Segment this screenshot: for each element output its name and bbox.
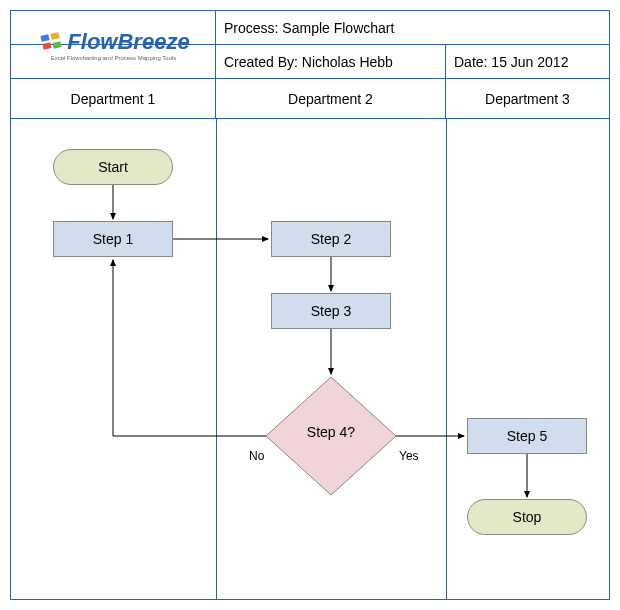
department-header-row: Department 1 Department 2 Department 3 bbox=[11, 79, 609, 119]
node-start: Start bbox=[53, 149, 173, 185]
node-step2-label: Step 2 bbox=[311, 231, 351, 247]
flowchart-container: FlowBreeze Excel Flowcharting and Proces… bbox=[10, 10, 610, 600]
dept-1-header: Department 1 bbox=[11, 79, 216, 118]
date-field: Date: 15 Jun 2012 bbox=[446, 45, 609, 78]
created-by: Created By: Nicholas Hebb bbox=[216, 45, 446, 78]
logo-icon bbox=[37, 29, 63, 55]
node-step2: Step 2 bbox=[271, 221, 391, 257]
node-step5: Step 5 bbox=[467, 418, 587, 454]
node-step3: Step 3 bbox=[271, 293, 391, 329]
node-stop: Stop bbox=[467, 499, 587, 535]
dept-2-header: Department 2 bbox=[216, 79, 446, 118]
edge-no-label: No bbox=[249, 449, 264, 463]
logo-cell: FlowBreeze Excel Flowcharting and Proces… bbox=[11, 11, 216, 79]
edge-step4-no bbox=[113, 260, 266, 436]
edge-yes-label: Yes bbox=[399, 449, 419, 463]
node-step3-label: Step 3 bbox=[311, 303, 351, 319]
flowchart-canvas: Start Step 1 Step 2 Step 3 Step 4? No Ye… bbox=[11, 119, 609, 599]
node-step1-label: Step 1 bbox=[93, 231, 133, 247]
node-step5-label: Step 5 bbox=[507, 428, 547, 444]
process-title: Process: Sample Flowchart bbox=[216, 11, 609, 44]
node-step4-label: Step 4? bbox=[307, 424, 355, 440]
node-step4-decision: Step 4? bbox=[266, 377, 396, 487]
dept-3-header: Department 3 bbox=[446, 79, 609, 118]
logo: FlowBreeze bbox=[37, 29, 189, 55]
logo-text: FlowBreeze bbox=[67, 29, 189, 55]
logo-tagline: Excel Flowcharting and Process Mapping T… bbox=[51, 55, 177, 61]
node-step1: Step 1 bbox=[53, 221, 173, 257]
node-stop-label: Stop bbox=[513, 509, 542, 525]
node-start-label: Start bbox=[98, 159, 128, 175]
